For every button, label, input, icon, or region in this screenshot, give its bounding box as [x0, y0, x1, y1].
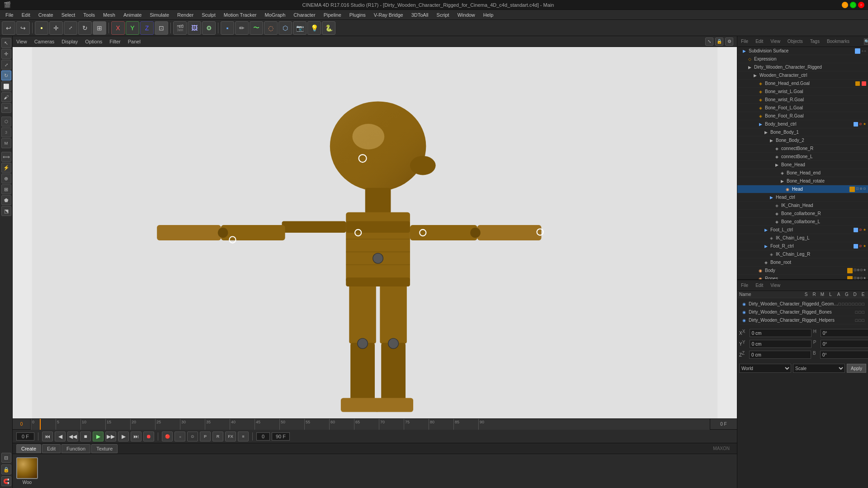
bottom-tab-texture[interactable]: Texture [91, 444, 118, 453]
left-tool-bridge[interactable]: ⬔ [1, 206, 11, 216]
apply-button[interactable]: Apply [847, 364, 866, 373]
obj-row-collarbone-l[interactable]: ◈ Bone_collarbone_L [737, 218, 868, 226]
deformer-button[interactable]: ⬡ [278, 21, 292, 35]
vp-menu-filter[interactable]: Filter [109, 39, 120, 44]
obj-tags-menu[interactable]: Tags [810, 39, 820, 44]
redo-button[interactable]: ↪ [16, 21, 30, 35]
render-region-button[interactable]: 🎬 [173, 21, 187, 35]
render-settings-button[interactable]: ⚙ [202, 21, 216, 35]
left-tool-bevel[interactable]: ⬟ [1, 195, 11, 205]
obj-row-body-bend[interactable]: ▶ Body_bend_ctrl ⊘ ★ [737, 120, 868, 128]
fx-button[interactable]: FX [225, 432, 236, 441]
left-tool-paint[interactable]: 🖌 [1, 92, 11, 102]
menu-help[interactable]: Help [480, 11, 497, 19]
attr-row-bones[interactable]: ◉ Dirty_Wooden_Character_Rigged_Bones □ … [739, 308, 866, 316]
obj-row-ropes[interactable]: ◉ Ropes ⊡⊗⊙★ [737, 275, 868, 279]
stop-button[interactable]: ■ [80, 432, 91, 441]
obj-row-bone-wrist-l[interactable]: ◈ Bone_wrist_L.Goal [737, 88, 868, 96]
obj-row-bone-wrist-r[interactable]: ◈ Bone_wrist_R.Goal [737, 96, 868, 104]
obj-row-expression[interactable]: ◇ Expression [737, 55, 868, 63]
obj-row-collarbone-r[interactable]: ◈ Bone_collarbone_R [737, 210, 868, 218]
obj-row-bone-head[interactable]: ▶ Bone_Head [737, 161, 868, 169]
b-rot-field[interactable] [820, 351, 868, 359]
menu-select[interactable]: Select [58, 11, 79, 19]
obj-row-ik-chain-head[interactable]: ◈ IK_Chain_Head [737, 202, 868, 210]
scale-tool-button[interactable]: ⤢ [64, 21, 77, 35]
obj-row-connect-l[interactable]: ◈ connectBone_L [737, 153, 868, 161]
menu-motion-tracker[interactable]: Motion Tracker [220, 11, 260, 19]
x-pos-field[interactable] [750, 329, 811, 337]
bottom-tab-create[interactable]: Create [16, 444, 41, 453]
left-tool-floor[interactable]: ⊟ [1, 453, 11, 463]
left-tool-cursor[interactable]: ↖ [1, 38, 11, 48]
left-tool-rotate[interactable]: ↻ [1, 70, 11, 80]
attr-row-helpers[interactable]: ◉ Dirty_Wooden_Character_Rigged_Helpers … [739, 316, 866, 324]
move-tool-button[interactable]: ✛ [49, 21, 63, 35]
vp-menu-view[interactable]: View [16, 39, 27, 44]
h-rot-field[interactable] [821, 329, 868, 337]
menu-tools[interactable]: Tools [80, 11, 99, 19]
timeline-ruler[interactable]: 0 5 10 15 20 25 30 35 40 45 50 55 60 65 … [31, 419, 710, 430]
left-tool-edit[interactable]: ✂ [1, 103, 11, 113]
obj-row-ik-leg-l[interactable]: ◈ IK_Chain_Leg_L [737, 234, 868, 242]
obj-view-menu[interactable]: View [770, 39, 780, 44]
obj-row-bone-head-rotate[interactable]: ▶ Bone_Head_rotate [737, 177, 868, 185]
left-tool-snap[interactable]: 🧲 [1, 476, 11, 486]
minimize-button[interactable]: − [842, 2, 848, 8]
obj-row-ik-leg-r[interactable]: ◈ IK_Chain_Leg_R [737, 250, 868, 258]
viewport-expand-icon[interactable]: ⤡ [705, 38, 713, 46]
key-rot-button[interactable]: R [212, 432, 223, 441]
key-pos-button[interactable]: P [200, 432, 211, 441]
python-button[interactable]: 🐍 [322, 21, 335, 35]
menu-file[interactable]: File [2, 11, 17, 19]
menu-mesh[interactable]: Mesh [99, 11, 119, 19]
nurbs-button[interactable]: ◌ [264, 21, 278, 35]
vp-menu-cameras[interactable]: Cameras [34, 39, 55, 44]
obj-edit-menu[interactable]: Edit [755, 39, 763, 44]
vp-menu-panel[interactable]: Panel [128, 39, 141, 44]
obj-row-bone-body1[interactable]: ▶ Bone_Body_1 [737, 128, 868, 136]
end-frame-display[interactable]: 90 F [272, 432, 290, 441]
live-selection-button[interactable]: ● [35, 21, 48, 35]
obj-file-menu[interactable]: File [741, 39, 748, 44]
attr-view-menu[interactable]: View [770, 283, 780, 288]
obj-search-icon[interactable]: 🔍 [864, 38, 868, 45]
left-tool-extrude[interactable]: ⊞ [1, 184, 11, 194]
menu-sculpt[interactable]: Sculpt [198, 11, 219, 19]
rotate-tool-button[interactable]: ↻ [78, 21, 92, 35]
attr-row-geometry[interactable]: ◉ Dirty_Wooden_Character_Riggedd_Geometr… [739, 300, 866, 308]
z-pos-field[interactable] [749, 351, 811, 359]
obj-row-subdivision-surface[interactable]: ▶ Subdivision Surface ⬦⬦ [737, 47, 868, 55]
maximize-button[interactable]: □ [850, 2, 856, 8]
left-tool-lock[interactable]: 🔒 [1, 465, 11, 474]
left-tool-scale[interactable]: ⤢ [1, 60, 11, 70]
obj-row-foot-l-ctrl[interactable]: ▶ Foot_L_ctrl ⊘ ★ [737, 226, 868, 234]
play-back-button[interactable]: ◀◀ [67, 432, 78, 441]
current-frame-display[interactable]: 0 F [16, 432, 34, 441]
menu-render[interactable]: Render [174, 11, 197, 19]
attr-file-menu[interactable]: File [741, 283, 748, 288]
y-axis-button[interactable]: Y [126, 21, 139, 35]
fps-display[interactable]: 0 [256, 432, 270, 441]
play-forward-button[interactable]: ▶ [93, 432, 104, 441]
p-rot-field[interactable] [821, 340, 868, 348]
z-axis-button[interactable]: Z [140, 21, 154, 35]
left-tool-loop[interactable]: ⊕ [1, 174, 11, 183]
left-tool-poly[interactable]: ⬡ [1, 117, 11, 127]
viewport[interactable] [13, 47, 737, 418]
spline-button[interactable]: 〜 [250, 21, 263, 35]
obj-row-head[interactable]: ◉ Head ⊡⊗⊙ [737, 185, 868, 193]
x-axis-button[interactable]: X [111, 21, 125, 35]
menu-edit[interactable]: Edit [18, 11, 34, 19]
menu-window[interactable]: Window [454, 11, 479, 19]
y-pos-field[interactable] [750, 340, 811, 348]
undo-button[interactable]: ↩ [2, 21, 15, 35]
obj-row-bone-head-end[interactable]: ◈ Bone_Head_end [737, 169, 868, 177]
attr-edit-menu[interactable]: Edit [755, 283, 763, 288]
cube-button[interactable]: ▪ [221, 21, 234, 35]
left-tool-3[interactable]: 3 [1, 127, 11, 137]
left-tool-move[interactable]: ✛ [1, 49, 11, 59]
menu-script[interactable]: Script [433, 11, 453, 19]
vp-menu-display[interactable]: Display [61, 39, 78, 44]
menu-mograph[interactable]: MoGraph [261, 11, 289, 19]
